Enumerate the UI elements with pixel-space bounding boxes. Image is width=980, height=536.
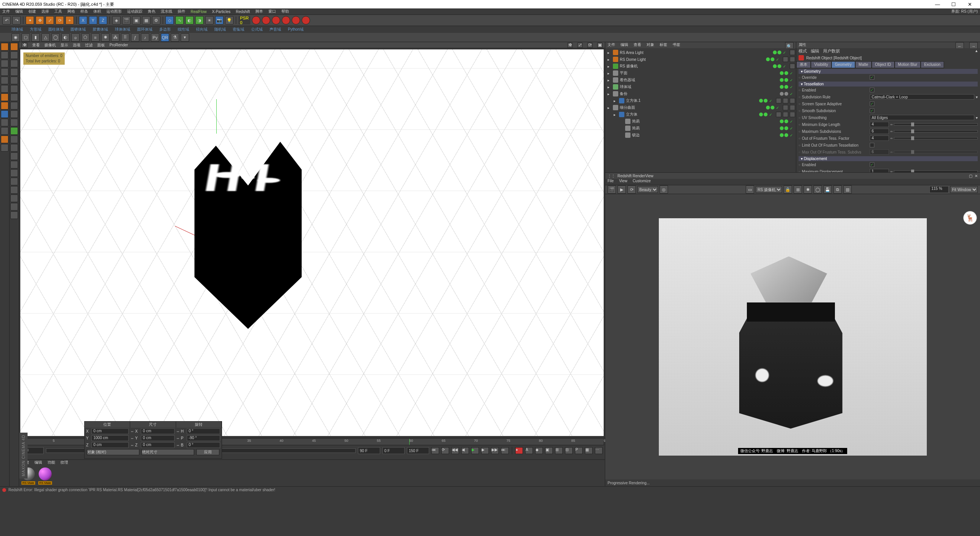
object-tag[interactable] — [783, 57, 788, 62]
select-tool[interactable]: ✦ — [26, 16, 34, 25]
palette-label[interactable]: 方形域 — [30, 27, 41, 32]
cmd-btn[interactable] — [10, 136, 18, 143]
cmd-btn[interactable] — [10, 161, 18, 168]
palette-icon[interactable]: ▢ — [21, 33, 30, 42]
rv-undock-icon[interactable]: ▢ — [969, 174, 972, 178]
attr-slider[interactable] — [894, 130, 978, 132]
rv-region-icon[interactable]: ▭ — [746, 185, 754, 194]
rv-zoom-field[interactable]: 115 % — [929, 186, 949, 193]
visibility-dot[interactable] — [766, 57, 770, 61]
mat-menu[interactable]: 编辑 — [34, 460, 42, 466]
menu-item[interactable]: 创建 — [28, 9, 36, 14]
object-tag[interactable] — [790, 64, 795, 69]
attr-number-field[interactable]: 1 — [870, 169, 889, 172]
quantize[interactable] — [1, 119, 8, 126]
attr-group-header[interactable]: ▾ Geometry — [799, 69, 978, 74]
attr-number-field[interactable]: 6 — [870, 149, 889, 155]
menu-item[interactable]: 角色 — [148, 9, 155, 14]
palette-label[interactable]: 圆柱体域 — [48, 27, 64, 32]
palette-icon[interactable]: ⬠ — [81, 33, 90, 42]
tweak-mode[interactable] — [1, 102, 8, 109]
rv-grid-icon[interactable]: ⊞ — [794, 185, 802, 194]
visibility-dot[interactable] — [784, 119, 788, 123]
attr-slider[interactable] — [894, 123, 978, 126]
axis-mode[interactable] — [1, 93, 8, 101]
edge-mode[interactable] — [1, 77, 8, 84]
object-tree[interactable]: ▸RS Area Light✓▸RS Dome Light✓▸RS 摄像机✓▸平… — [605, 48, 796, 172]
palette-label[interactable]: 多边形 — [159, 27, 171, 32]
visibility-dot[interactable] — [766, 106, 770, 109]
vp-menu[interactable]: 摄像机 — [44, 42, 56, 48]
menu-item[interactable]: 工具 — [54, 9, 62, 14]
object-tag[interactable] — [790, 50, 795, 55]
tl-refresh[interactable]: ⟳ — [441, 447, 449, 454]
palette-icon[interactable]: ⌾ — [71, 33, 80, 42]
mat-menu[interactable]: 功能 — [47, 460, 55, 466]
menu-item[interactable]: 运动跟踪 — [127, 9, 142, 14]
vp-menu[interactable]: 查看 — [32, 42, 40, 48]
redo-button[interactable]: ↷ — [12, 16, 21, 25]
rec-param[interactable] — [282, 16, 290, 25]
palette-icon[interactable]: ≡ — [91, 33, 100, 42]
attr-number-field[interactable]: 4 — [870, 122, 889, 127]
attr-slider[interactable] — [894, 170, 978, 172]
visibility-dot[interactable] — [771, 57, 774, 61]
palette-icon[interactable]: ◉ — [11, 33, 20, 42]
render-pict[interactable]: 🎬 — [122, 16, 131, 25]
tl-end[interactable]: 90 F — [358, 447, 380, 454]
tl-prev-frame[interactable]: ◀ — [461, 447, 469, 454]
axis-z-toggle[interactable]: Z — [99, 16, 107, 25]
palette-icon[interactable]: ◐ — [61, 33, 70, 42]
palette-icon[interactable]: ⠿ — [121, 33, 129, 42]
visibility-dot[interactable] — [784, 133, 788, 137]
cmd-btn[interactable] — [10, 178, 18, 185]
palette-label[interactable]: 径向域 — [196, 27, 207, 32]
menu-item[interactable]: 样条 — [80, 9, 88, 14]
visibility-dot[interactable] — [759, 113, 763, 116]
object-tag[interactable] — [790, 98, 795, 103]
palette-icon[interactable]: ƒ — [131, 33, 139, 42]
rv-render-button[interactable]: 🎬 — [608, 185, 616, 194]
attr-menu[interactable]: 用户数据 — [823, 48, 840, 54]
attr-tab[interactable]: Matte — [855, 61, 872, 68]
rec-auto[interactable] — [302, 16, 310, 25]
palette-label[interactable]: 球体体域 — [115, 27, 130, 32]
palette-label[interactable]: 圆环体域 — [137, 27, 152, 32]
move-tool[interactable]: ✥ — [36, 16, 44, 25]
model-mode[interactable] — [1, 43, 8, 51]
enable-check[interactable]: ✓ — [790, 126, 795, 131]
attr-slider[interactable] — [894, 137, 978, 139]
om-menu[interactable]: 标签 — [660, 42, 667, 48]
enable-check[interactable]: ✓ — [769, 99, 774, 103]
cmd-btn[interactable] — [10, 43, 18, 51]
window-close[interactable]: ✕ — [962, 0, 978, 8]
rv-menu[interactable]: Customize — [633, 179, 651, 185]
lasso-tool[interactable]: + — [65, 16, 74, 25]
enable-check[interactable]: ✓ — [790, 71, 795, 75]
attr-tab[interactable]: Visibility — [811, 61, 831, 68]
menu-item[interactable]: 帮助 — [281, 9, 289, 14]
tl-go-end[interactable]: ⏭ — [501, 447, 509, 454]
workplane-mode[interactable] — [1, 60, 8, 67]
object-tag[interactable] — [790, 105, 795, 110]
cmd-btn[interactable] — [10, 51, 18, 59]
visibility-dot[interactable] — [784, 71, 788, 75]
attr-menu[interactable]: 编辑 — [811, 48, 819, 54]
cmd-btn[interactable] — [10, 85, 18, 93]
rv-camera-select[interactable]: RS 摄像机 — [756, 186, 782, 193]
coord-mode-select[interactable]: 对象 (相对) — [87, 449, 139, 455]
attr-select[interactable]: All Edges — [870, 115, 974, 120]
enable-check[interactable]: ✓ — [776, 57, 781, 62]
tl-autokey[interactable]: A — [525, 447, 533, 454]
vp-menu[interactable]: 选项 — [73, 42, 80, 48]
enable-check[interactable]: ✓ — [790, 92, 795, 96]
menu-item[interactable]: 选择 — [41, 9, 49, 14]
tl-play[interactable]: ▶ — [471, 447, 479, 454]
menu-item[interactable]: 插件 — [178, 9, 185, 14]
coord-pos-field[interactable]: 0 cm — [91, 442, 129, 448]
layout-label[interactable]: 界面: RS (用户) — [951, 9, 978, 14]
palette-icon[interactable]: Py — [151, 33, 159, 42]
coord-size-mode-select[interactable]: 绝对尺寸 — [142, 449, 194, 455]
attr-tab[interactable]: Object ID — [872, 61, 895, 68]
rec-scale[interactable] — [262, 16, 270, 25]
